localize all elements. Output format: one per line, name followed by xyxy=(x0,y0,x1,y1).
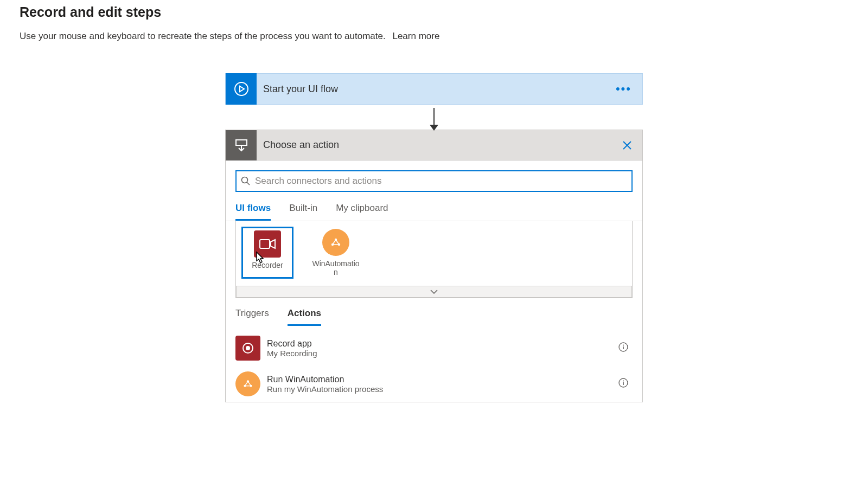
search-box[interactable] xyxy=(235,170,633,192)
search-icon xyxy=(241,176,251,186)
chevron-down-icon xyxy=(430,290,438,294)
choose-action-header: Choose an action xyxy=(226,130,642,160)
expand-bar[interactable] xyxy=(236,286,632,298)
svg-point-28 xyxy=(623,381,624,382)
svg-rect-20 xyxy=(623,346,624,349)
action-title: Run WinAutomation xyxy=(267,375,612,384)
svg-line-13 xyxy=(333,240,336,245)
page-title: Record and edit steps xyxy=(20,4,848,20)
svg-line-24 xyxy=(245,382,248,386)
choose-action-title: Choose an action xyxy=(263,139,612,151)
choose-action-icon xyxy=(226,130,257,160)
connector-winautomation-label: WinAutomation xyxy=(311,259,361,277)
start-flow-title: Start your UI flow xyxy=(263,84,605,95)
record-app-icon xyxy=(235,336,260,361)
info-icon[interactable] xyxy=(618,342,628,354)
svg-point-0 xyxy=(235,82,248,95)
connector-tabs: UI flows Built-in My clipboard xyxy=(226,192,642,221)
action-title: Record app xyxy=(267,339,612,349)
action-list: Record app My Recording xyxy=(226,326,642,402)
connector-recorder[interactable]: Recorder xyxy=(241,227,293,279)
tab-my-clipboard[interactable]: My clipboard xyxy=(336,203,388,221)
connector-recorder-label: Recorder xyxy=(252,261,283,269)
action-sub: My Recording xyxy=(267,349,612,358)
info-icon[interactable] xyxy=(618,378,628,390)
action-sub: Run my WinAutomation process xyxy=(267,384,612,394)
svg-rect-8 xyxy=(260,240,270,248)
run-winautomation-icon xyxy=(235,371,260,396)
action-record-app[interactable]: Record app My Recording xyxy=(235,330,633,366)
connector-winautomation[interactable]: WinAutomation xyxy=(310,227,362,279)
tab-built-in[interactable]: Built-in xyxy=(289,203,317,221)
arrow-down-icon xyxy=(433,108,435,126)
recorder-icon xyxy=(254,230,281,258)
svg-line-25 xyxy=(248,382,251,386)
connectors-panel: Recorder xyxy=(235,221,633,298)
svg-marker-9 xyxy=(271,240,275,248)
more-icon[interactable]: ••• xyxy=(605,82,642,96)
start-flow-card[interactable]: Start your UI flow ••• xyxy=(225,73,643,105)
svg-marker-1 xyxy=(240,86,244,92)
svg-rect-29 xyxy=(623,382,624,385)
search-input[interactable] xyxy=(255,176,627,187)
choose-action-card: Choose an action UI flows xyxy=(225,130,643,402)
svg-point-6 xyxy=(242,177,248,183)
sub-tab-triggers[interactable]: Triggers xyxy=(235,308,269,326)
svg-point-19 xyxy=(623,345,624,346)
action-sub-tabs: Triggers Actions xyxy=(226,298,642,326)
action-run-winautomation[interactable]: Run WinAutomation Run my WinAutomation p… xyxy=(235,366,633,402)
svg-line-14 xyxy=(336,240,339,245)
record-start-icon xyxy=(226,73,257,105)
learn-more-link[interactable]: Learn more xyxy=(392,31,439,41)
close-icon[interactable] xyxy=(612,141,642,150)
page-subtitle: Use your mouse and keyboard to recreate … xyxy=(20,31,848,42)
svg-rect-2 xyxy=(236,140,247,145)
tab-ui-flows[interactable]: UI flows xyxy=(235,203,271,221)
sub-tab-actions[interactable]: Actions xyxy=(288,308,321,326)
subtitle-text: Use your mouse and keyboard to recreate … xyxy=(20,31,386,41)
svg-point-17 xyxy=(246,346,250,350)
winautomation-icon xyxy=(322,229,349,256)
svg-line-7 xyxy=(247,182,250,185)
